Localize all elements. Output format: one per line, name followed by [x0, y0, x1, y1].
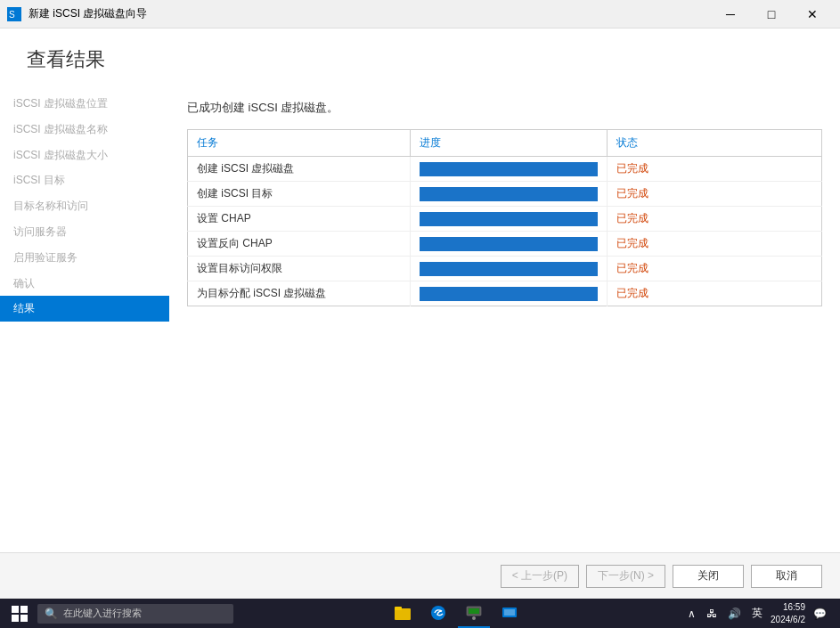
window-footer: < 上一步(P) 下一步(N) > 关闭 取消 — [0, 552, 840, 599]
svg-text:S: S — [9, 10, 15, 20]
progress-cell — [411, 257, 608, 281]
progress-bar-container — [420, 237, 598, 251]
task-cell: 设置反向 CHAP — [188, 232, 411, 257]
clock-time: 16:59 — [783, 601, 805, 614]
windows-logo — [12, 606, 28, 622]
progress-bar-container — [420, 287, 598, 301]
close-button[interactable]: 关闭 — [673, 565, 744, 588]
notification-icon[interactable]: 💬 — [811, 608, 829, 620]
progress-bar-container — [420, 187, 598, 201]
progress-bar-fill — [420, 187, 598, 201]
main-window: 查看结果 iSCSI 虚拟磁盘位置iSCSI 虚拟磁盘名称iSCSI 虚拟磁盘大… — [0, 29, 840, 599]
taskbar-clock[interactable]: 16:59 2024/6/2 — [771, 601, 805, 626]
progress-bar-fill — [420, 237, 598, 251]
col-header-progress: 进度 — [411, 130, 608, 157]
status-cell: 已完成 — [608, 281, 822, 306]
status-cell: 已完成 — [608, 257, 822, 281]
result-table: 任务 进度 状态 创建 iSCSI 虚拟磁盘已完成创建 iSCSI 目标已完成设… — [187, 129, 822, 306]
window-title: 新建 iSCSI 虚拟磁盘向导 — [29, 6, 710, 21]
status-cell: 已完成 — [608, 182, 822, 207]
search-placeholder: 在此键入进行搜索 — [63, 607, 142, 620]
taskbar-apps — [235, 599, 676, 628]
table-row: 设置目标访问权限已完成 — [188, 257, 822, 281]
network-icon[interactable]: 🖧 — [704, 608, 720, 620]
window-controls: ─ □ ✕ — [710, 0, 833, 29]
search-icon: 🔍 — [45, 608, 58, 620]
table-row: 设置反向 CHAP已完成 — [188, 232, 822, 257]
network-tray-icon[interactable]: ∧ — [685, 608, 698, 620]
task-cell: 创建 iSCSI 目标 — [188, 182, 411, 207]
table-row: 创建 iSCSI 虚拟磁盘已完成 — [188, 157, 822, 182]
progress-cell — [411, 182, 608, 207]
volume-icon[interactable]: 🔊 — [725, 608, 744, 620]
cancel-button[interactable]: 取消 — [751, 565, 822, 588]
sidebar-item[interactable]: iSCSI 目标 — [0, 167, 169, 193]
taskbar-search[interactable]: 🔍 在此键入进行搜索 — [37, 604, 233, 624]
status-cell: 已完成 — [608, 207, 822, 232]
result-message: 已成功创建 iSCSI 虚拟磁盘。 — [187, 100, 822, 116]
start-button[interactable] — [4, 599, 36, 628]
progress-bar-fill — [420, 162, 598, 176]
prev-button[interactable]: < 上一步(P) — [501, 565, 579, 588]
sidebar-item[interactable]: iSCSI 虚拟磁盘大小 — [0, 143, 169, 168]
taskbar-app-rdp[interactable] — [493, 599, 526, 628]
svg-rect-9 — [504, 609, 515, 616]
progress-cell — [411, 281, 608, 306]
minimize-button[interactable]: ─ — [710, 0, 751, 29]
progress-cell — [411, 232, 608, 257]
progress-bar-fill — [420, 212, 598, 226]
close-window-button[interactable]: ✕ — [792, 0, 833, 29]
progress-cell — [411, 207, 608, 232]
content-area: 已成功创建 iSCSI 虚拟磁盘。 任务 进度 状态 创建 iSCSI 虚拟磁盘… — [169, 86, 840, 552]
sidebar-item[interactable]: 启用验证服务 — [0, 245, 169, 271]
status-cell: 已完成 — [608, 157, 822, 182]
title-bar: S 新建 iSCSI 虚拟磁盘向导 ─ □ ✕ — [0, 0, 840, 29]
progress-bar-container — [420, 262, 598, 276]
taskbar: 🔍 在此键入进行搜索 — [0, 599, 840, 628]
col-header-task: 任务 — [188, 130, 411, 157]
svg-rect-3 — [395, 607, 402, 610]
progress-bar-container — [420, 212, 598, 226]
window-body: iSCSI 虚拟磁盘位置iSCSI 虚拟磁盘名称iSCSI 虚拟磁盘大小iSCS… — [0, 86, 840, 552]
page-title: 查看结果 — [27, 46, 813, 73]
taskbar-app-servermanager[interactable] — [458, 599, 490, 628]
app-icon: S — [7, 7, 21, 21]
table-row: 创建 iSCSI 目标已完成 — [188, 182, 822, 207]
progress-cell — [411, 157, 608, 182]
maximize-button[interactable]: □ — [751, 0, 792, 29]
taskbar-app-edge[interactable] — [422, 599, 454, 628]
sidebar: iSCSI 虚拟磁盘位置iSCSI 虚拟磁盘名称iSCSI 虚拟磁盘大小iSCS… — [0, 86, 169, 552]
sidebar-item[interactable]: iSCSI 虚拟磁盘位置 — [0, 91, 169, 117]
sidebar-item[interactable]: 访问服务器 — [0, 219, 169, 245]
col-header-status: 状态 — [608, 130, 822, 157]
language-icon[interactable]: 英 — [749, 606, 765, 621]
sidebar-item: 结果 — [0, 296, 169, 322]
progress-bar-container — [420, 162, 598, 176]
task-cell: 为目标分配 iSCSI 虚拟磁盘 — [188, 281, 411, 306]
sidebar-item[interactable]: iSCSI 虚拟磁盘名称 — [0, 117, 169, 143]
sidebar-item[interactable]: 确认 — [0, 271, 169, 297]
next-button[interactable]: 下一步(N) > — [586, 565, 665, 588]
svg-point-7 — [472, 616, 476, 620]
progress-bar-fill — [420, 262, 598, 276]
sidebar-item[interactable]: 目标名称和访问 — [0, 193, 169, 219]
window-header: 查看结果 — [0, 29, 840, 86]
task-cell: 设置目标访问权限 — [188, 257, 411, 281]
taskbar-app-fileexplorer[interactable] — [387, 599, 419, 628]
status-cell: 已完成 — [608, 232, 822, 257]
taskbar-right: ∧ 🖧 🔊 英 16:59 2024/6/2 💬 — [678, 601, 836, 626]
clock-date: 2024/6/2 — [771, 614, 805, 626]
task-cell: 设置 CHAP — [188, 207, 411, 232]
task-cell: 创建 iSCSI 虚拟磁盘 — [188, 157, 411, 182]
progress-bar-fill — [420, 287, 598, 301]
svg-rect-6 — [469, 608, 479, 614]
table-row: 设置 CHAP已完成 — [188, 207, 822, 232]
table-row: 为目标分配 iSCSI 虚拟磁盘已完成 — [188, 281, 822, 306]
